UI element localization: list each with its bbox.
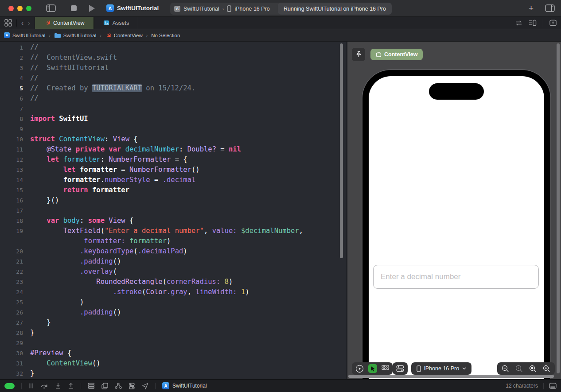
code-line[interactable]: 18 var body: some View { xyxy=(0,216,347,226)
breadcrumb-group[interactable]: SwiftUITutorial xyxy=(54,33,96,38)
pin-preview-button[interactable] xyxy=(352,48,365,61)
code-line[interactable]: 7 xyxy=(0,104,347,114)
line-number[interactable]: 14 xyxy=(0,175,23,185)
line-number[interactable]: 21 xyxy=(0,256,23,267)
zoom-out-button[interactable] xyxy=(502,365,509,373)
code-line[interactable]: 6// xyxy=(0,93,347,104)
decimal-number-textfield[interactable]: Enter a decimal number xyxy=(373,265,539,289)
tab-assets[interactable]: Assets xyxy=(94,17,139,29)
minimize-window-button[interactable] xyxy=(17,6,23,11)
code-line[interactable]: 20 .keyboardType(.decimalPad) xyxy=(0,246,347,256)
code-line[interactable]: 3// SwiftUITutorial xyxy=(0,63,347,73)
canvas-vertical-scrollbar[interactable] xyxy=(557,43,560,373)
line-number[interactable]: 6 xyxy=(0,93,23,104)
step-over-button[interactable] xyxy=(40,383,48,389)
code-line[interactable]: 26 .padding() xyxy=(0,307,347,318)
line-number[interactable]: 2 xyxy=(0,53,23,63)
step-into-button[interactable] xyxy=(55,383,61,389)
line-number[interactable]: 20 xyxy=(0,246,23,256)
editor-vertical-scrollbar[interactable] xyxy=(340,43,343,258)
code-line[interactable]: 23 RoundedRectangle(cornerRadius: 8) xyxy=(0,277,347,287)
run-button[interactable] xyxy=(89,5,95,12)
editor-options-icon[interactable] xyxy=(529,19,537,26)
preview-device-selector[interactable]: iPhone 16 Pro xyxy=(411,362,471,375)
environment-overrides-button[interactable] xyxy=(115,383,122,389)
live-preview-button[interactable] xyxy=(355,365,364,373)
canvas-horizontal-scrollbar[interactable] xyxy=(348,375,554,378)
line-number[interactable]: 24 xyxy=(0,287,23,297)
close-window-button[interactable] xyxy=(8,6,14,11)
line-number[interactable]: 26 xyxy=(0,307,23,318)
code-line[interactable]: 31 ContentView() xyxy=(0,358,347,369)
line-number[interactable]: 16 xyxy=(0,195,23,206)
code-line[interactable]: formatter: formatter) xyxy=(0,236,347,246)
variants-mode-button[interactable] xyxy=(382,365,389,373)
code-line[interactable]: 29 xyxy=(0,338,347,348)
zoom-window-button[interactable] xyxy=(26,6,31,11)
zoom-100-button[interactable]: 1 xyxy=(515,365,523,373)
code-line[interactable]: 30#Preview { xyxy=(0,348,347,358)
line-number[interactable]: 13 xyxy=(0,165,23,175)
line-number[interactable]: 4 xyxy=(0,73,23,83)
line-number[interactable] xyxy=(0,236,23,246)
code-line[interactable]: 2// ContentView.swift xyxy=(0,53,347,63)
line-number[interactable]: 29 xyxy=(0,338,23,348)
toggle-navigator-sidebar-button[interactable] xyxy=(46,4,56,12)
line-number[interactable]: 11 xyxy=(0,144,23,155)
activity-scheme-bar[interactable]: A SwiftUITutorial › iPhone 16 Pro Runnin… xyxy=(170,3,392,15)
code-line[interactable]: 8import SwiftUI xyxy=(0,114,347,124)
code-line[interactable]: 27 } xyxy=(0,318,347,328)
line-number[interactable]: 19 xyxy=(0,226,23,236)
line-number[interactable]: 9 xyxy=(0,124,23,134)
line-number[interactable]: 10 xyxy=(0,134,23,144)
go-forward-button[interactable]: › xyxy=(28,19,30,26)
new-tab-button[interactable]: + xyxy=(529,4,534,12)
line-number[interactable]: 27 xyxy=(0,318,23,328)
location-arrow-icon[interactable] xyxy=(142,383,148,389)
tab-contentview[interactable]: ContentView xyxy=(35,17,94,29)
line-number[interactable]: 5 xyxy=(0,83,23,93)
line-number[interactable]: 28 xyxy=(0,328,23,338)
add-editor-icon[interactable] xyxy=(549,19,557,26)
swap-editor-icon[interactable] xyxy=(515,20,522,26)
zoom-in-button[interactable] xyxy=(543,365,550,373)
line-number[interactable]: 12 xyxy=(0,155,23,165)
code-line[interactable]: 24 .stroke(Color.gray, lineWidth: 1) xyxy=(0,287,347,297)
code-line[interactable]: 32} xyxy=(0,369,347,379)
line-number[interactable]: 31 xyxy=(0,358,23,369)
code-line[interactable]: 22 .overlay( xyxy=(0,267,347,277)
code-line[interactable]: 15 return formatter xyxy=(0,185,347,195)
zoom-to-fit-button[interactable] xyxy=(529,365,537,373)
line-number[interactable]: 30 xyxy=(0,348,23,358)
code-line[interactable]: 14 formatter.numberStyle = .decimal xyxy=(0,175,347,185)
memory-graph-button[interactable] xyxy=(101,383,108,389)
code-line[interactable]: 12 let formatter: NumberFormatter = { xyxy=(0,155,347,165)
code-line[interactable]: 11 @State private var decimalNumber: Dou… xyxy=(0,144,347,155)
code-line[interactable]: 9 xyxy=(0,124,347,134)
code-line[interactable]: 28} xyxy=(0,328,347,338)
line-number[interactable]: 32 xyxy=(0,369,23,379)
step-out-button[interactable] xyxy=(68,383,74,389)
device-settings-button[interactable] xyxy=(393,362,408,375)
code-line[interactable]: 4// xyxy=(0,73,347,83)
code-line[interactable]: 17 xyxy=(0,206,347,216)
code-line[interactable]: 1// xyxy=(0,43,347,53)
line-number[interactable]: 1 xyxy=(0,43,23,53)
line-number[interactable]: 3 xyxy=(0,63,23,73)
line-number[interactable]: 23 xyxy=(0,277,23,287)
line-number[interactable]: 8 xyxy=(0,114,23,124)
simulate-location-button[interactable] xyxy=(129,383,135,389)
related-items-icon[interactable] xyxy=(4,19,12,27)
selectable-mode-button[interactable] xyxy=(368,364,377,373)
breadcrumb-selection[interactable]: No Selection xyxy=(151,33,180,38)
breakpoints-toggle-button[interactable] xyxy=(4,383,15,389)
line-number[interactable]: 22 xyxy=(0,267,23,277)
line-number[interactable]: 15 xyxy=(0,185,23,195)
code-line[interactable]: 10struct ContentView: View { xyxy=(0,134,347,144)
scheme-destination-label[interactable]: iPhone 16 Pro xyxy=(234,6,269,12)
stop-run-button[interactable] xyxy=(71,5,77,11)
line-number[interactable]: 18 xyxy=(0,216,23,226)
code-line[interactable]: 19 TextField("Enter a decimal number", v… xyxy=(0,226,347,236)
code-line[interactable]: 21 .padding() xyxy=(0,256,347,267)
preview-target-badge[interactable]: ContentView xyxy=(370,49,423,60)
